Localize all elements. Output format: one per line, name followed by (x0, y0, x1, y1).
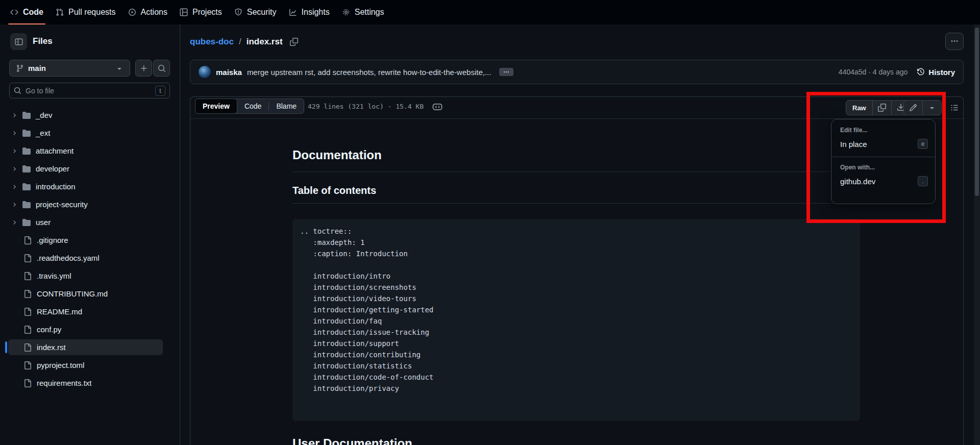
doc-heading-user-documentation: User Documentation (292, 436, 412, 445)
commit-message[interactable]: merge upstream rst, add screenshots, rew… (247, 68, 492, 77)
copilot-icon[interactable] (432, 101, 443, 112)
tree-item-label: requirements.txt (37, 379, 92, 387)
chevron-right-icon (11, 112, 17, 118)
copy-raw-button[interactable] (873, 101, 891, 115)
tree-item-file[interactable]: .readthedocs.yaml (0, 249, 180, 267)
sidebar-panel-icon (15, 38, 23, 46)
menu-section-edit-file: Edit file... (831, 126, 935, 136)
goto-file-shortcut: t (155, 86, 165, 96)
edit-button-group (903, 100, 942, 115)
tree-item-file[interactable]: pyproject.toml (0, 356, 180, 374)
tree-item-folder[interactable]: _dev (0, 106, 180, 124)
scrollbar-thumb[interactable] (975, 28, 979, 196)
tab-security[interactable]: Security (228, 0, 283, 24)
tree-item-label: project-security (36, 200, 88, 209)
file-icon (23, 254, 32, 262)
add-file-button[interactable] (135, 60, 152, 77)
chevron-right-icon (11, 166, 17, 172)
tree-item-folder[interactable]: attachment (0, 142, 180, 160)
goto-file-box[interactable]: t (9, 83, 170, 98)
tab-pull-requests[interactable]: Pull requests (50, 0, 122, 24)
chevron-right-icon (11, 202, 17, 208)
tree-item-folder[interactable]: introduction (0, 178, 180, 195)
tree-item-label: pyproject.toml (37, 361, 84, 369)
breadcrumb: qubes-doc / index.rst (190, 34, 298, 50)
tree-item-label: _dev (36, 111, 53, 119)
history-button[interactable]: History (917, 68, 955, 77)
tab-actions[interactable]: Actions (122, 0, 174, 24)
toctree-code-block: .. toctree:: :maxdepth: 1 :caption: Intr… (292, 219, 860, 421)
tree-item-label: developer (36, 164, 69, 173)
tab-preview[interactable]: Preview (195, 98, 237, 114)
search-tree-button[interactable] (153, 60, 170, 77)
menu-item-in-place[interactable]: In place e (831, 136, 935, 152)
copy-path-icon[interactable] (290, 38, 298, 46)
tab-security-label: Security (247, 8, 277, 17)
tree-item-folder[interactable]: developer (0, 160, 180, 178)
edit-file-button[interactable] (904, 101, 922, 115)
more-options-button[interactable] (945, 33, 964, 50)
breadcrumb-file-name: index.rst (247, 37, 283, 47)
outline-button[interactable] (947, 101, 962, 114)
code-line (300, 259, 852, 270)
tree-item-file[interactable]: README.md (0, 303, 180, 320)
commit-sha-and-time[interactable]: 4404a5d · 4 days ago (839, 68, 908, 76)
tree-item-file[interactable]: conf.py (0, 320, 180, 338)
play-circle-icon (128, 8, 136, 16)
repo-tab-nav: Code Pull requests Actions Projects Secu… (0, 0, 980, 24)
code-line: introduction/contributing (300, 349, 852, 360)
collapse-sidebar-button[interactable] (10, 33, 27, 50)
file-icon (23, 290, 32, 298)
code-line: introduction/code-of-conduct (300, 372, 852, 383)
avatar[interactable] (199, 66, 211, 78)
search-icon (14, 87, 21, 94)
branch-name: main (28, 64, 46, 72)
chevron-right-icon (11, 148, 17, 154)
tab-projects[interactable]: Projects (174, 0, 228, 24)
table-icon (180, 8, 188, 16)
heading-rule (292, 171, 860, 172)
tab-code-view[interactable]: Code (237, 99, 268, 113)
git-branch-icon (16, 64, 24, 72)
tree-item-file[interactable]: requirements.txt (0, 374, 180, 392)
tree-item-file[interactable]: .gitignore (0, 231, 180, 249)
tree-item-label: CONTRIBUTING.md (37, 289, 108, 298)
commit-author[interactable]: maiska (216, 68, 242, 77)
tab-insights[interactable]: Insights (283, 0, 336, 24)
tree-item-folder[interactable]: user (0, 213, 180, 231)
tree-item-file-selected[interactable]: index.rst (0, 338, 180, 356)
sidebar-divider (180, 24, 180, 445)
chevron-right-icon (11, 184, 17, 190)
triangle-down-icon (928, 104, 936, 112)
breadcrumb-repo-link[interactable]: qubes-doc (190, 37, 234, 47)
code-line: introduction/privacy (300, 383, 852, 394)
branch-selector[interactable]: main (9, 60, 130, 77)
tree-item-label: .gitignore (37, 236, 68, 244)
shortcut-key-e: e (918, 139, 928, 149)
tree-item-label: index.rst (37, 343, 66, 352)
expand-commit-message-button[interactable] (499, 68, 513, 76)
file-icon (23, 326, 32, 334)
file-icon (23, 361, 32, 369)
code-line: introduction/issue-tracking (300, 327, 852, 338)
outline-icon (950, 104, 959, 112)
chevron-right-icon (11, 130, 17, 136)
tree-item-file[interactable]: CONTRIBUTING.md (0, 285, 180, 303)
raw-button[interactable]: Raw (846, 101, 872, 115)
menu-item-github-dev[interactable]: github.dev . (831, 173, 935, 189)
doc-heading-toc: Table of contents (292, 185, 376, 196)
tree-item-folder[interactable]: _ext (0, 124, 180, 142)
tab-settings[interactable]: Settings (336, 0, 390, 24)
tab-blame[interactable]: Blame (269, 99, 304, 113)
tree-item-folder[interactable]: project-security (0, 195, 180, 213)
clock-history-icon (917, 68, 925, 76)
goto-file-input[interactable] (26, 87, 151, 95)
search-icon (158, 64, 166, 72)
shield-icon (234, 8, 242, 16)
tree-item-file[interactable]: .travis.yml (0, 267, 180, 285)
plus-icon (140, 64, 148, 72)
tab-code[interactable]: Code (4, 0, 50, 24)
edit-dropdown-button[interactable] (923, 101, 941, 115)
code-line: :maxdepth: 1 (300, 237, 852, 248)
files-panel-title: Files (33, 36, 53, 46)
